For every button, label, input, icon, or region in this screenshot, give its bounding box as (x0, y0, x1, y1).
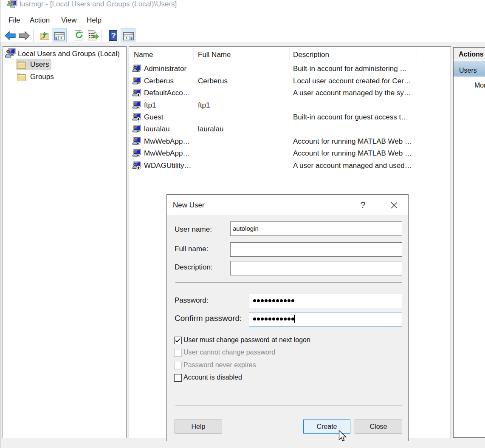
svg-text:?: ? (111, 31, 116, 40)
